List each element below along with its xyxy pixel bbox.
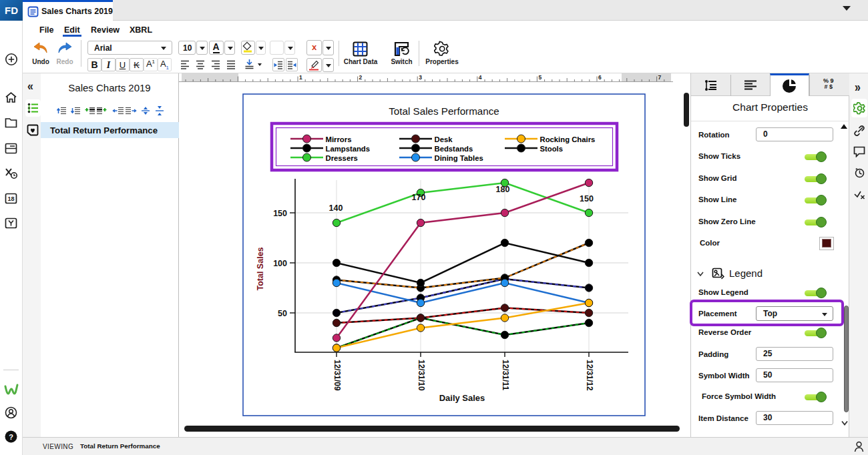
svg-text:Lampstands: Lampstands bbox=[326, 145, 371, 153]
svg-text:Total Sales: Total Sales bbox=[256, 247, 265, 290]
svg-text:12/31/09: 12/31/09 bbox=[333, 360, 342, 391]
svg-text:Mirrors: Mirrors bbox=[326, 135, 352, 143]
svg-text:5: 5 bbox=[538, 74, 541, 81]
svg-text:Desk: Desk bbox=[435, 135, 453, 143]
svg-text:6: 6 bbox=[598, 74, 602, 81]
svg-text:12/31/10: 12/31/10 bbox=[417, 360, 426, 391]
svg-text:Stools: Stools bbox=[540, 145, 564, 153]
svg-text:50: 50 bbox=[278, 309, 287, 318]
svg-text:180: 180 bbox=[496, 185, 510, 194]
svg-text:3: 3 bbox=[419, 74, 422, 81]
svg-text:150: 150 bbox=[273, 209, 287, 218]
svg-text:1: 1 bbox=[299, 74, 302, 81]
svg-text:Rocking Chairs: Rocking Chairs bbox=[540, 135, 596, 143]
svg-text:7: 7 bbox=[658, 74, 662, 81]
svg-text:150: 150 bbox=[580, 194, 594, 203]
svg-text:Dining Tables: Dining Tables bbox=[435, 154, 483, 162]
svg-text:Bedstands: Bedstands bbox=[435, 145, 473, 153]
svg-text:12/31/12: 12/31/12 bbox=[585, 360, 594, 391]
svg-text:12/31/11: 12/31/11 bbox=[501, 360, 510, 390]
svg-text:4: 4 bbox=[479, 74, 482, 81]
svg-text:Total Sales Performance: Total Sales Performance bbox=[389, 105, 499, 117]
svg-text:18: 18 bbox=[7, 195, 14, 202]
svg-text:Dressers: Dressers bbox=[326, 154, 358, 162]
svg-text:2: 2 bbox=[359, 74, 363, 81]
svg-text:140: 140 bbox=[329, 203, 343, 213]
svg-text:?: ? bbox=[9, 433, 13, 441]
svg-text:100: 100 bbox=[273, 259, 287, 268]
svg-text:170: 170 bbox=[412, 193, 426, 202]
svg-text:Daily Sales: Daily Sales bbox=[439, 393, 485, 403]
